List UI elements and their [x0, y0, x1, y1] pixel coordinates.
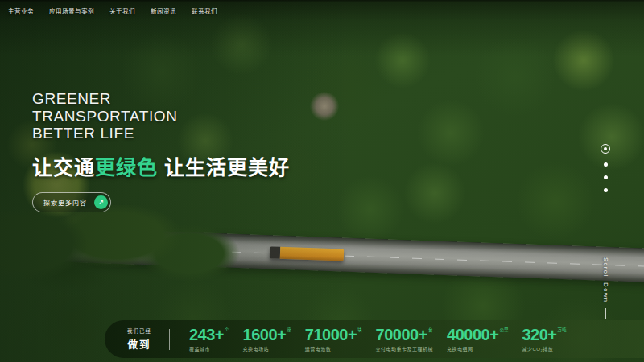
hero-en-line2: TRANSPORTATION	[32, 108, 290, 125]
stat-unit: 台	[428, 327, 433, 333]
scroll-down-indicator[interactable]: Scroll Down	[602, 257, 609, 319]
carousel-dot[interactable]	[604, 175, 608, 179]
hero-cn-part1: 让交通	[32, 156, 95, 179]
scroll-down-line	[605, 308, 606, 319]
hero-en-line3: BETTER LIFE	[32, 125, 290, 142]
carousel-pagination	[600, 144, 611, 192]
stat-unit: 万吨	[557, 327, 566, 333]
top-navigation: 主营业务 应用场景与案例 关于我们 新闻资讯 联系我们	[8, 6, 217, 15]
nav-item-contact-us[interactable]: 联系我们	[192, 6, 217, 15]
arrow-up-right-icon: ↗	[98, 199, 105, 206]
nav-item-main-business[interactable]: 主营业务	[8, 6, 34, 15]
stats-divider	[169, 329, 170, 350]
stat-label: 交付电动重卡及工程机械	[376, 345, 434, 352]
stat-charging-stations: 1600+ 座 充换电场站	[243, 326, 291, 352]
stat-unit: 个	[225, 327, 229, 333]
stat-unit: 公里	[499, 327, 508, 333]
carousel-dot-active[interactable]	[601, 144, 610, 154]
stat-co2-reduction: 320+ 万吨 减少CO₂排放	[522, 326, 566, 352]
nav-item-scenarios-cases[interactable]: 应用场景与案例	[49, 6, 94, 15]
hero-page: 主营业务 应用场景与案例 关于我们 新闻资讯 联系我们 GREENER TRAN…	[0, 0, 644, 362]
stat-label: 充换电组网	[447, 345, 508, 352]
hero-chinese-title: 让交通更绿色 让生活更美好	[32, 151, 290, 180]
stat-value: 71000+	[305, 326, 357, 343]
stats-row: 243+ 个 覆盖城市 1600+ 座 充换电场站 71000+ 块 运营电池数	[189, 326, 566, 352]
stat-label: 运营电池数	[305, 345, 362, 352]
hero-section: GREENER TRANSPORTATION BETTER LIFE 让交通更绿…	[32, 90, 290, 212]
explore-more-button[interactable]: 探索更多内容 ↗	[32, 192, 111, 212]
stat-network-km: 40000+ 公里 充换电组网	[447, 326, 508, 352]
stat-value: 70000+	[376, 326, 427, 343]
stat-value: 40000+	[447, 326, 498, 343]
carousel-dot[interactable]	[604, 162, 608, 167]
stat-value: 243+	[189, 326, 224, 343]
stats-intro-line1: 我们已经	[127, 327, 151, 335]
truck-on-road	[270, 246, 344, 261]
nav-item-about-us[interactable]: 关于我们	[109, 6, 135, 15]
explore-more-label: 探索更多内容	[43, 198, 87, 207]
hero-cn-highlight: 更绿色	[95, 156, 158, 179]
tree-canopy-overlay	[0, 205, 242, 298]
truck-trailer	[280, 247, 344, 261]
stats-intro-line2: 做到	[127, 336, 151, 352]
stat-unit: 座	[287, 327, 291, 333]
stat-label: 充换电场站	[243, 345, 291, 352]
arrow-circle-icon: ↗	[94, 195, 108, 209]
stat-value: 320+	[522, 326, 556, 343]
stat-operating-batteries: 71000+ 块 运营电池数	[305, 326, 362, 352]
hero-cn-part3: 让生活更美好	[158, 156, 290, 179]
stat-delivered-trucks: 70000+ 台 交付电动重卡及工程机械	[376, 326, 434, 352]
stat-label: 减少CO₂排放	[522, 345, 566, 352]
hero-en-line1: GREENER	[32, 90, 290, 108]
stat-unit: 块	[357, 327, 362, 333]
stats-intro: 我们已经 做到	[127, 327, 151, 352]
hero-english-title: GREENER TRANSPORTATION BETTER LIFE	[32, 90, 290, 142]
stat-value: 1600+	[243, 326, 287, 343]
truck-cab	[270, 246, 281, 258]
nav-item-news[interactable]: 新闻资讯	[151, 6, 176, 15]
stat-covered-cities: 243+ 个 覆盖城市	[189, 326, 229, 352]
carousel-dot[interactable]	[604, 188, 608, 192]
statistics-bar: 我们已经 做到 243+ 个 覆盖城市 1600+ 座 充换电场站	[105, 320, 644, 358]
scroll-down-label: Scroll Down	[602, 257, 609, 303]
stat-label: 覆盖城市	[189, 345, 229, 352]
